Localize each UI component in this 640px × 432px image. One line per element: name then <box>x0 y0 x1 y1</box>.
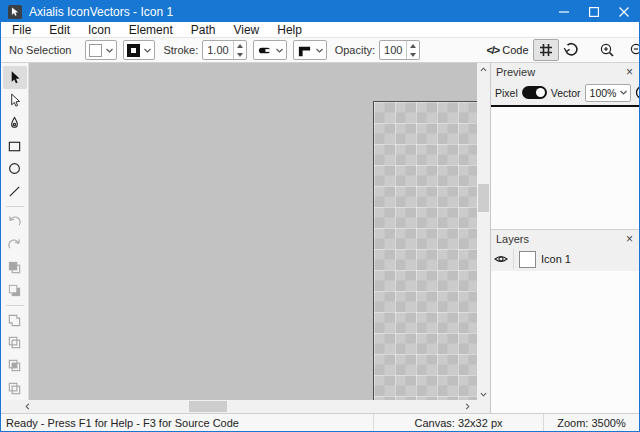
scroll-right-icon[interactable] <box>461 400 474 413</box>
opacity-value: 100 <box>380 41 406 59</box>
opacity-spinner[interactable]: 100 <box>379 40 420 60</box>
app-icon <box>8 5 22 19</box>
scroll-down-icon[interactable] <box>477 388 490 400</box>
undo-icon <box>7 214 22 229</box>
zoom-out-button[interactable] <box>625 39 640 61</box>
eye-icon[interactable] <box>494 252 508 266</box>
scroll-up-icon[interactable] <box>477 63 490 75</box>
status-bar: Ready - Press F1 for Help - F3 for Sourc… <box>1 413 639 431</box>
canvas-area[interactable] <box>29 63 477 400</box>
maximize-button[interactable] <box>579 1 609 22</box>
grid-toggle-button[interactable] <box>533 39 559 61</box>
stroke-width-spinner[interactable]: 1.00 <box>202 40 246 60</box>
exclude-icon <box>7 381 22 396</box>
layers-list-area <box>491 271 639 413</box>
ellipse-icon <box>7 161 22 176</box>
spin-up-icon[interactable] <box>407 41 419 50</box>
zoom-in-icon <box>599 42 615 58</box>
window-title: Axialis IconVectors - Icon 1 <box>29 5 549 19</box>
menu-view[interactable]: View <box>224 23 268 37</box>
bring-forward-button[interactable] <box>3 256 27 279</box>
layers-panel-title: Layers <box>496 233 625 245</box>
pen-tool[interactable] <box>3 112 27 135</box>
zoom-out-icon <box>629 42 640 58</box>
palette-separator <box>6 305 24 306</box>
icon-artboard[interactable] <box>373 101 477 400</box>
spin-up-icon[interactable] <box>234 41 246 50</box>
rotate-icon <box>563 42 579 58</box>
horizontal-scrollbar[interactable] <box>1 400 490 413</box>
union-icon <box>7 313 22 328</box>
stroke-color-dropdown[interactable] <box>123 40 155 60</box>
layer-thumbnail[interactable] <box>519 251 536 268</box>
menu-edit[interactable]: Edit <box>40 23 79 37</box>
intersect-icon <box>7 358 22 373</box>
preview-zoom-value: 100% <box>590 87 617 99</box>
ellipse-tool[interactable] <box>3 157 27 180</box>
vertical-scroll-thumb[interactable] <box>478 184 489 212</box>
redo-button[interactable] <box>3 233 27 256</box>
preview-zoom-select[interactable]: 100% <box>585 84 632 102</box>
line-tool[interactable] <box>3 180 27 203</box>
send-backward-button[interactable] <box>3 279 27 302</box>
contrast-icon <box>635 85 640 100</box>
rectangle-tool[interactable] <box>3 135 27 158</box>
stroke-color-swatch <box>127 44 140 57</box>
menu-bar: File Edit Icon Element Path View Help <box>1 22 639 37</box>
menu-icon[interactable]: Icon <box>79 23 120 37</box>
status-ready-text: Ready - Press F1 for Help - F3 for Sourc… <box>1 417 373 429</box>
direct-select-arrow-icon <box>7 93 22 108</box>
spin-down-icon[interactable] <box>407 50 419 59</box>
zoom-in-button[interactable] <box>595 39 619 61</box>
spin-down-icon[interactable] <box>234 50 246 59</box>
menu-path[interactable]: Path <box>182 23 225 37</box>
select-tool[interactable] <box>3 66 27 89</box>
bring-forward-icon <box>7 260 22 275</box>
menu-element[interactable]: Element <box>120 23 182 37</box>
code-button[interactable]: </> Code <box>482 39 532 61</box>
select-arrow-icon <box>7 70 22 85</box>
close-icon[interactable]: × <box>625 233 634 245</box>
right-panel: Preview × Pixel Vector 100% <box>490 63 639 413</box>
stroke-width-value: 1.00 <box>203 41 232 59</box>
grid-icon <box>538 42 554 58</box>
line-cap-icon <box>257 43 272 58</box>
subtract-icon <box>7 335 22 350</box>
horizontal-scroll-thumb[interactable] <box>189 401 227 412</box>
stroke-label: Stroke: <box>163 44 198 56</box>
menu-file[interactable]: File <box>3 23 40 37</box>
exclude-button[interactable] <box>3 377 27 400</box>
chevron-down-icon <box>275 46 284 55</box>
minimize-button[interactable] <box>549 1 579 22</box>
union-button[interactable] <box>3 309 27 332</box>
layer-item[interactable]: Icon 1 <box>491 247 639 271</box>
undo-button[interactable] <box>3 210 27 233</box>
line-join-dropdown[interactable] <box>293 40 327 60</box>
chevron-down-icon <box>105 46 114 55</box>
close-button[interactable] <box>609 1 639 22</box>
toolbar: No Selection Stroke: 1.00 Opacity: 100 <box>1 37 639 63</box>
send-backward-icon <box>7 283 22 298</box>
vertical-scrollbar[interactable] <box>477 63 490 400</box>
fill-color-dropdown[interactable] <box>85 40 117 60</box>
app-window: Axialis IconVectors - Icon 1 File Edit I… <box>0 0 640 432</box>
scroll-left-icon[interactable] <box>21 400 34 413</box>
chevron-down-icon <box>619 88 628 97</box>
line-cap-dropdown[interactable] <box>253 40 287 60</box>
title-bar: Axialis IconVectors - Icon 1 <box>1 1 639 22</box>
menu-help[interactable]: Help <box>268 23 311 37</box>
direct-select-tool[interactable] <box>3 89 27 112</box>
status-canvas-size: Canvas: 32x32 px <box>373 414 543 431</box>
close-icon[interactable]: × <box>625 66 634 78</box>
preview-background-toggle[interactable] <box>635 85 640 100</box>
pixel-vector-toggle[interactable] <box>522 86 547 99</box>
subtract-button[interactable] <box>3 331 27 354</box>
code-button-label: Code <box>502 44 528 56</box>
layer-separator <box>513 249 514 269</box>
vector-label: Vector <box>551 87 581 99</box>
layers-panel: Layers × Icon 1 <box>491 229 639 413</box>
chevron-down-icon <box>143 46 152 55</box>
chevron-down-icon <box>315 46 324 55</box>
rotate-view-button[interactable] <box>559 39 583 61</box>
intersect-button[interactable] <box>3 354 27 377</box>
